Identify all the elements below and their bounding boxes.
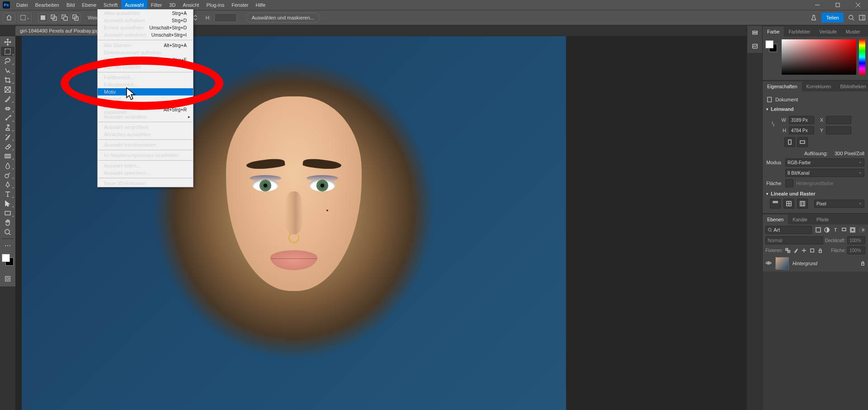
menu-item-neue-3d-extrusion[interactable]: Neue 3D-Extrusion [98, 180, 193, 187]
menu-3d[interactable]: 3D [165, 0, 179, 10]
menu-item-im-maskierungsmodus-bearbeiten[interactable]: Im Maskierungsmodus bearbeiten [98, 152, 193, 159]
ruler-unit-dropdown[interactable]: Pixel [814, 200, 864, 208]
tab-pfade[interactable]: Pfade [812, 215, 833, 224]
hand-tool[interactable] [1, 218, 14, 227]
menu-item-ausw-hlen-und-maskieren[interactable]: Auswählen und maskieren...Alt+Strg+R [98, 106, 193, 113]
quick-select-tool[interactable] [1, 66, 14, 75]
menu-item-auswahl-transformieren[interactable]: Auswahl transformieren [98, 141, 193, 148]
hue-slider[interactable] [859, 39, 865, 75]
edit-toolbar[interactable]: ⋯ [1, 241, 14, 250]
healing-brush-tool[interactable] [1, 104, 14, 113]
tab-muster[interactable]: Muster [841, 27, 865, 37]
color-mode-dropdown[interactable]: RGB-Farbe [785, 158, 864, 167]
blend-mode-dropdown[interactable]: Normal [765, 236, 823, 244]
zoom-tool[interactable] [1, 227, 14, 237]
menu-item-fokusbereich[interactable]: Fokusbereich... [98, 81, 193, 88]
menu-item-auswahl-vergr-ern[interactable]: Auswahl vergrößern [98, 124, 193, 131]
layer-visibility-icon[interactable] [765, 260, 772, 267]
tab-ebenen[interactable]: Ebenen [763, 215, 788, 224]
bit-depth-dropdown[interactable]: 8 Bit/Kanal [785, 169, 864, 177]
menu-fenster[interactable]: Fenster [228, 0, 252, 10]
rectangle-tool[interactable] [1, 208, 14, 218]
eyedropper-tool[interactable] [1, 94, 14, 104]
lasso-tool[interactable] [1, 56, 14, 66]
tab-bibliotheken[interactable]: Bibliotheken [835, 81, 868, 91]
beaker-icon[interactable] [811, 14, 817, 21]
menu-schrift[interactable]: Schrift [100, 0, 121, 10]
minimize-button[interactable] [807, 0, 827, 10]
close-button[interactable] [848, 0, 868, 10]
selection-new-icon[interactable] [38, 13, 48, 23]
tool-preset-picker[interactable]: ⌄ [18, 13, 32, 23]
tab-farbfelder[interactable]: Farbfelder [784, 27, 815, 37]
menu-item-alle-ebenen[interactable]: Alle EbenenAlt+Strg+A [98, 42, 193, 49]
rulers-section-header[interactable]: Lineale und Raster [766, 191, 864, 196]
width-value[interactable]: 3189 Px [789, 116, 814, 124]
type-tool[interactable] [1, 189, 14, 199]
lock-all-icon[interactable] [816, 247, 824, 254]
layer-name[interactable]: Hintergrund [793, 261, 857, 266]
tab-kanaele[interactable]: Kanäle [788, 215, 812, 224]
home-button[interactable] [3, 13, 15, 23]
menu-filter[interactable]: Filter [147, 0, 165, 10]
menu-item-farbbereich[interactable]: Farbbereich... [98, 74, 193, 81]
grid-icon[interactable] [783, 199, 794, 209]
quick-mask-button[interactable] [3, 274, 13, 284]
tab-farbe[interactable]: Farbe [763, 27, 784, 37]
color-picker[interactable] [782, 39, 856, 75]
ruler-icon[interactable] [770, 199, 781, 209]
workspace-icon[interactable] [859, 14, 865, 21]
dock-icon-1[interactable] [748, 27, 762, 39]
pen-tool[interactable] [1, 180, 14, 189]
search-icon[interactable] [848, 14, 854, 21]
menu-plugins[interactable]: Plug-ins [203, 0, 228, 10]
menu-bearbeiten[interactable]: Bearbeiten [32, 0, 63, 10]
menu-item-auswahl-ver-ndern[interactable]: Auswahl verändern [98, 113, 193, 120]
color-swatches[interactable] [0, 253, 15, 271]
layer-filter-search[interactable]: Art [765, 226, 812, 234]
tab-verlaeufe[interactable]: Verläufe [815, 27, 841, 37]
select-and-mask-button[interactable]: Auswählen und maskieren... [246, 13, 320, 23]
fill-opacity-value[interactable]: 100% [847, 246, 865, 254]
menu-item-auswahl-speichern[interactable]: Auswahl speichern... [98, 169, 193, 176]
menu-bild[interactable]: Bild [63, 0, 78, 10]
lock-transparency-icon[interactable] [784, 247, 791, 254]
lock-pixels-icon[interactable] [792, 247, 799, 254]
menu-ansicht[interactable]: Ansicht [179, 0, 203, 10]
menu-item-auswahl-umkehren[interactable]: Auswahl umkehrenUmschalt+Strg+I [98, 31, 193, 38]
clone-stamp-tool[interactable] [1, 123, 14, 132]
path-select-tool[interactable] [1, 199, 14, 208]
crop-tool[interactable] [1, 75, 14, 85]
panel-color-swatches[interactable] [765, 39, 779, 77]
selection-add-icon[interactable] [49, 13, 59, 23]
marquee-tool[interactable] [1, 47, 14, 56]
canvas-section-header[interactable]: Leinwand [766, 106, 864, 112]
menu-hilfe[interactable]: Hilfe [252, 0, 269, 10]
dodge-tool[interactable] [1, 170, 14, 180]
menu-datei[interactable]: Datei [13, 0, 32, 10]
orientation-portrait-icon[interactable] [784, 137, 795, 147]
menu-item-himmel[interactable]: Himmel [98, 95, 193, 103]
menu-ebene[interactable]: Ebene [78, 0, 100, 10]
filter-toggle[interactable] [859, 228, 865, 232]
menu-item-ebenen-suchen[interactable]: Ebenen suchenAlt+Umschalt+Strg+F [98, 56, 193, 63]
eraser-tool[interactable] [1, 142, 14, 151]
menu-item-ebenen-isolieren[interactable]: Ebenen isolieren [98, 63, 193, 71]
menu-item-auswahl-aufheben[interactable]: Auswahl aufhebenStrg+D [98, 17, 193, 24]
blur-tool[interactable] [1, 161, 14, 170]
menu-item-ebenenauswahl-aufheben[interactable]: Ebenenauswahl aufheben [98, 49, 193, 56]
menu-item-auswahl-laden[interactable]: Auswahl laden... [98, 162, 193, 169]
lock-artboard-icon[interactable] [808, 247, 816, 254]
guides-icon[interactable] [797, 199, 808, 209]
history-brush-tool[interactable] [1, 132, 14, 142]
share-button[interactable]: Teilen [821, 13, 844, 23]
filter-smart-icon[interactable] [849, 226, 856, 234]
menu-item-hnliches-ausw-hlen[interactable]: Ähnliches auswählen [98, 131, 193, 138]
frame-tool[interactable] [1, 85, 14, 94]
brush-tool[interactable] [1, 113, 14, 123]
layer-row[interactable]: Hintergrund [763, 255, 868, 272]
fill-swatch[interactable] [785, 179, 793, 187]
menu-item-alles-ausw-hlen[interactable]: Alles auswählenStrg+A [98, 10, 193, 17]
filter-type-icon[interactable]: T [832, 226, 839, 234]
lock-position-icon[interactable] [800, 247, 807, 254]
